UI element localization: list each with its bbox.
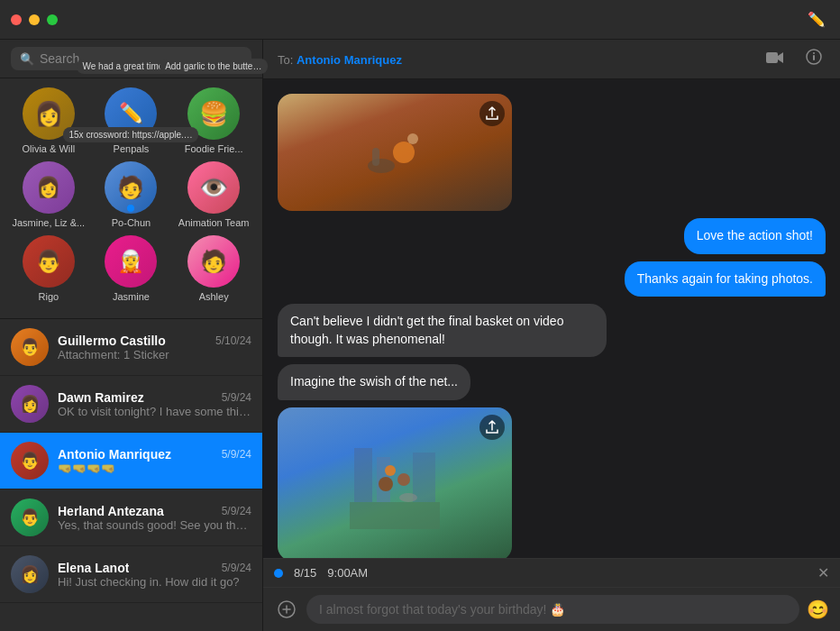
msg-row-photo2: [278, 407, 826, 558]
maximize-button[interactable]: [47, 14, 58, 25]
avatar-label: Rigo: [39, 291, 59, 302]
to-label: To:: [278, 53, 297, 67]
pinned-item-olivia-will[interactable]: 👩 Olivia & Will: [10, 87, 87, 154]
chat-info: Elena Lanot 5/9/24 Hi! Just checking in.…: [58, 561, 251, 589]
avatar-wrap: 🧑: [105, 161, 157, 214]
photo-overlay-2: [278, 407, 512, 558]
chat-preview: Yes, that sounds good! See you then.: [58, 518, 251, 532]
svg-point-14: [397, 473, 410, 486]
chat-date: 5/9/24: [222, 562, 251, 574]
avatar: 👩: [23, 161, 75, 214]
close-button[interactable]: [11, 14, 22, 25]
sidebar: 🔍 👩 Olivia & Will We had a great time. H…: [0, 40, 263, 631]
pinned-item-rigo[interactable]: 👨 Rigo: [10, 235, 87, 302]
video-call-button[interactable]: [762, 46, 788, 72]
message-input[interactable]: [306, 595, 799, 624]
emoji-button[interactable]: 😊: [807, 599, 829, 620]
pinned-item-animation-team[interactable]: 👁️ Animation Team: [175, 161, 252, 228]
photo-share-button-2[interactable]: [479, 415, 505, 440]
pinned-item-foodie[interactable]: Add garlic to the butter, and then... 🍔 …: [175, 87, 252, 154]
avatar-wrap: 🧝: [105, 235, 157, 288]
pinned-section: 👩 Olivia & Will We had a great time. Hom…: [0, 78, 262, 319]
msg-bubble-love-action: Love the action shot!: [684, 218, 826, 254]
traffic-lights: [11, 14, 58, 25]
avatar: 👨: [11, 442, 49, 480]
pinned-item-penpals[interactable]: We had a great time. Home with th... ✏️ …: [92, 87, 169, 154]
compose-button[interactable]: ✏️: [804, 7, 829, 32]
chat-date: 5/9/24: [222, 448, 251, 461]
avatar: 👨: [11, 328, 49, 366]
photo-container: [278, 94, 512, 211]
add-attachment-button[interactable]: [274, 597, 299, 622]
avatar-label: Penpals: [114, 143, 150, 154]
input-top-bar: 8/15 9:00AM ✕: [263, 559, 840, 588]
svg-point-13: [379, 477, 393, 491]
avatar-wrap: 👨: [23, 235, 75, 288]
avatar: 👩: [11, 555, 49, 593]
chat-item-guillermo[interactable]: 👨 Guillermo Castillo 5/10/24 Attachment:…: [0, 319, 262, 376]
input-bottom: 😊: [263, 588, 840, 631]
svg-point-16: [399, 493, 417, 502]
chat-name-row: Elena Lanot 5/9/24: [58, 561, 251, 575]
info-button[interactable]: [802, 45, 826, 73]
msg-bubble-swish: Imagine the swish of the net...: [278, 364, 470, 400]
chat-item-antonio[interactable]: 👨 Antonio Manriquez 5/9/24 🤜🤜🤜🤜: [0, 433, 262, 489]
recipient-name[interactable]: Antonio Manriquez: [297, 53, 402, 67]
chat-info: Herland Antezana 5/9/24 Yes, that sounds…: [58, 504, 251, 532]
msg-bubble-thanks-photos: Thanks again for taking photos.: [625, 261, 826, 297]
msg-row-incoming2: Imagine the swish of the net...: [278, 364, 826, 400]
app-container: 🔍 👩 Olivia & Will We had a great time. H…: [0, 40, 840, 631]
photo-with-action: [278, 94, 512, 211]
chat-header: To: Antonio Manriquez: [263, 40, 840, 79]
photo-share-button[interactable]: [479, 101, 505, 126]
svg-rect-9: [354, 448, 372, 502]
messages-area: Love the action shot! Thanks again for t…: [263, 79, 840, 558]
chat-preview: Attachment: 1 Sticker: [58, 348, 251, 361]
msg-row-photo1: [278, 94, 826, 211]
preview-bubble-pochun: 15x crossword: https://apple.news/...: [63, 127, 198, 142]
chat-main: To: Antonio Manriquez: [263, 40, 840, 631]
chat-name: Herland Antezana: [58, 504, 164, 518]
scheduled-close-button[interactable]: ✕: [817, 564, 829, 581]
chat-preview: OK to visit tonight? I have some things …: [58, 405, 251, 418]
avatar-label: Po-Chun: [112, 217, 151, 228]
avatar-label: Jasmine, Liz &...: [12, 217, 85, 228]
chat-item-herland[interactable]: 👨 Herland Antezana 5/9/24 Yes, that soun…: [0, 489, 262, 546]
pinned-item-ashley[interactable]: 🧑 Ashley: [175, 235, 252, 302]
minimize-button[interactable]: [29, 14, 40, 25]
avatar: 👁️: [187, 161, 240, 214]
chat-name-row: Herland Antezana 5/9/24: [58, 504, 251, 518]
avatar-label: Ashley: [199, 291, 229, 302]
avatar: 👨: [23, 235, 75, 288]
chat-item-elena[interactable]: 👩 Elena Lanot 5/9/24 Hi! Just checking i…: [0, 546, 262, 603]
scheduled-dot: [274, 569, 283, 578]
avatar: 🧑: [187, 235, 240, 288]
chat-name: Dawn Ramirez: [58, 390, 144, 405]
svg-point-3: [813, 52, 815, 54]
chat-preview: 🤜🤜🤜🤜: [58, 462, 251, 475]
preview-bubble-foodie: Add garlic to the butter, and then...: [160, 59, 268, 74]
incoming-photo-2: [278, 407, 512, 558]
pinned-item-jasmine2[interactable]: 🧝 Jasmine: [92, 235, 169, 302]
photo-container-2: [278, 407, 512, 558]
input-meta: 8/15 9:00AM: [274, 566, 368, 580]
svg-rect-12: [350, 502, 440, 529]
incoming-photo-1: [278, 94, 512, 211]
msg-row-outgoing1: Love the action shot!: [278, 218, 826, 254]
pinned-item-pochun[interactable]: 15x crossword: https://apple.news/... 🧑 …: [92, 161, 169, 228]
photo-overlay: [278, 94, 512, 211]
avatar-wrap: 🧑: [187, 235, 240, 288]
chat-date: 5/9/24: [222, 505, 251, 517]
avatar-label: Foodie Frie...: [185, 143, 243, 154]
svg-rect-0: [766, 52, 778, 63]
msg-bubble-final-basket: Can't believe I didn't get the final bas…: [278, 304, 607, 357]
avatar-wrap: 👁️: [187, 161, 240, 214]
chat-header-to: To: Antonio Manriquez: [278, 51, 402, 68]
chat-item-dawn[interactable]: 👩 Dawn Ramirez 5/9/24 OK to visit tonigh…: [0, 376, 262, 433]
chat-preview: Hi! Just checking in. How did it go?: [58, 575, 251, 589]
pinned-item-jasmine-liz[interactable]: 👩 Jasmine, Liz &...: [10, 161, 87, 228]
avatar-label: Jasmine: [113, 291, 150, 302]
msg-row-incoming1: Can't believe I didn't get the final bas…: [278, 304, 826, 357]
chat-header-icons: [762, 45, 826, 73]
title-bar: ✏️: [0, 0, 840, 40]
